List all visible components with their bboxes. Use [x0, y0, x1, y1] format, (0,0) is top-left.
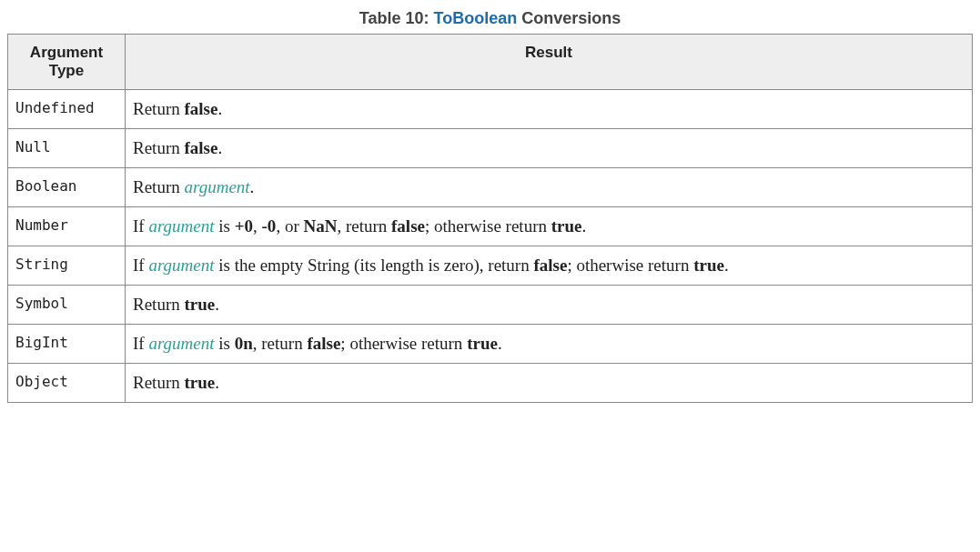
- row-object: Object Return true.: [8, 364, 973, 403]
- text: ; otherwise return: [340, 334, 467, 353]
- value-false: false: [533, 256, 567, 275]
- type-cell: Boolean: [8, 168, 126, 207]
- value-nan: NaN: [303, 216, 337, 236]
- result-cell: If argument is the empty String (its len…: [126, 246, 973, 286]
- text: If: [133, 256, 148, 275]
- type-cell: Number: [8, 207, 126, 246]
- value-plus-zero: +0: [235, 216, 253, 236]
- type-cell: Symbol: [8, 286, 126, 325]
- col-result: Result: [126, 35, 973, 90]
- text: .: [724, 256, 729, 275]
- text: .: [582, 216, 587, 236]
- caption-prefix: Table 10:: [359, 9, 434, 27]
- table-caption: Table 10: ToBoolean Conversions: [7, 9, 973, 28]
- value-neg-zero: -0: [262, 216, 277, 236]
- caption-aoid[interactable]: ToBoolean: [434, 9, 518, 27]
- text: Return: [133, 373, 184, 392]
- text: is: [215, 216, 235, 236]
- row-string: String If argument is the empty String (…: [8, 246, 973, 286]
- row-null: Null Return false.: [8, 129, 973, 168]
- text: If: [133, 334, 148, 353]
- text: .: [215, 295, 219, 314]
- var-argument: argument: [148, 334, 214, 353]
- value-false: false: [184, 99, 217, 118]
- row-undefined: Undefined Return false.: [8, 90, 973, 129]
- text: Return: [133, 138, 184, 157]
- text: Return: [133, 295, 184, 314]
- value-true: true: [551, 216, 582, 236]
- var-argument: argument: [184, 177, 249, 196]
- result-cell: Return false.: [126, 129, 973, 168]
- result-cell: Return true.: [126, 286, 973, 325]
- type-cell: Object: [8, 364, 126, 403]
- value-true: true: [184, 295, 215, 314]
- text: , return: [337, 216, 391, 236]
- text: .: [217, 99, 222, 118]
- value-true: true: [184, 373, 215, 392]
- text: Return: [133, 177, 184, 196]
- caption-suffix: Conversions: [517, 9, 621, 27]
- text: .: [498, 334, 502, 353]
- text: If: [133, 216, 148, 236]
- text: .: [250, 177, 255, 196]
- value-0n: 0n: [235, 334, 253, 353]
- text: Return: [133, 99, 184, 118]
- value-false: false: [391, 216, 425, 236]
- text: .: [217, 138, 222, 157]
- type-cell: String: [8, 246, 126, 286]
- result-cell: If argument is +0, -0, or NaN, return fa…: [126, 207, 973, 246]
- text: ,: [253, 216, 262, 236]
- row-boolean: Boolean Return argument.: [8, 168, 973, 207]
- var-argument: argument: [148, 216, 214, 236]
- type-cell: BigInt: [8, 325, 126, 364]
- row-bigint: BigInt If argument is 0n, return false; …: [8, 325, 973, 364]
- type-cell: Undefined: [8, 90, 126, 129]
- result-cell: Return argument.: [126, 168, 973, 207]
- toboolean-table: Argument Type Result Undefined Return fa…: [7, 34, 973, 403]
- text: ; otherwise return: [425, 216, 551, 236]
- table-header-row: Argument Type Result: [8, 35, 973, 90]
- text: ; otherwise return: [567, 256, 693, 275]
- row-symbol: Symbol Return true.: [8, 286, 973, 325]
- result-cell: If argument is 0n, return false; otherwi…: [126, 325, 973, 364]
- result-cell: Return false.: [126, 90, 973, 129]
- row-number: Number If argument is +0, -0, or NaN, re…: [8, 207, 973, 246]
- value-false: false: [184, 138, 217, 157]
- text: , return: [253, 334, 308, 353]
- text: .: [215, 373, 219, 392]
- value-true: true: [467, 334, 498, 353]
- value-false: false: [307, 334, 340, 353]
- var-argument: argument: [148, 256, 214, 275]
- col-argument-type: Argument Type: [8, 35, 126, 90]
- value-true: true: [693, 256, 724, 275]
- type-cell: Null: [8, 129, 126, 168]
- result-cell: Return true.: [126, 364, 973, 403]
- text: , or: [276, 216, 303, 236]
- text: is the empty String (its length is zero)…: [215, 256, 534, 275]
- text: is: [215, 334, 235, 353]
